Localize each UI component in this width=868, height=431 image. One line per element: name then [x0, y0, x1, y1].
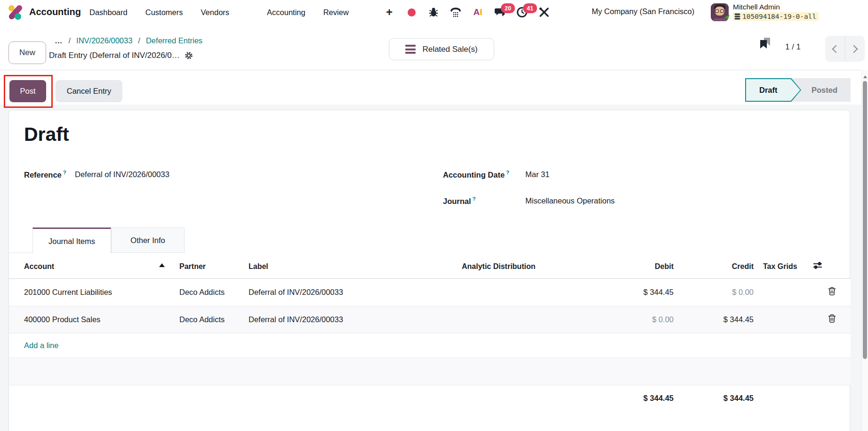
help-icon[interactable]: ?: [63, 170, 66, 175]
breadcrumb-separator: /: [138, 36, 140, 45]
breadcrumb-ellipsis[interactable]: …: [55, 36, 63, 45]
db-badge: 105094184-19-0-all: [733, 12, 819, 21]
notebook-tabs: Journal Items Other Info: [9, 228, 850, 253]
form-sheet: Draft Reference? Deferral of INV/2026/00…: [8, 110, 850, 431]
tab-journal-items[interactable]: Journal Items: [32, 228, 111, 253]
help-icon[interactable]: ?: [473, 196, 476, 202]
bug-icon[interactable]: [428, 7, 439, 18]
chevron-left-icon: [832, 45, 840, 53]
tab-other-info[interactable]: Other Info: [111, 228, 185, 253]
post-button[interactable]: Post: [9, 80, 46, 102]
cell-tax-grids[interactable]: [761, 306, 813, 333]
vertical-scrollbar[interactable]: [861, 70, 868, 431]
journal-item-row[interactable]: 400000 Product Sales Deco Addicts Deferr…: [9, 306, 851, 333]
breadcrumb: … / INV/2026/00033 / Deferred Entries: [55, 36, 202, 45]
accounting-date-value[interactable]: Mar 31: [525, 170, 549, 179]
scroll-up-arrow[interactable]: [863, 75, 867, 78]
cell-analytic[interactable]: [455, 306, 561, 333]
empty-row: [9, 358, 851, 385]
delete-row-icon[interactable]: [828, 287, 836, 295]
phone-icon[interactable]: [450, 7, 461, 18]
pager-previous-button[interactable]: [825, 36, 845, 62]
cell-label[interactable]: Deferral of INV/2026/00033: [242, 306, 455, 333]
cell-partner[interactable]: Deco Addicts: [172, 306, 242, 333]
cell-debit[interactable]: $ 344.45: [561, 278, 681, 306]
cell-account[interactable]: 400000 Product Sales: [9, 306, 172, 333]
add-a-line-link[interactable]: Add a line: [24, 341, 58, 350]
gear-icon[interactable]: [185, 51, 193, 60]
cell-debit[interactable]: $ 0.00: [561, 306, 681, 333]
chat-icon[interactable]: 20: [494, 7, 506, 18]
journal-label: Journal?: [443, 196, 476, 206]
control-panel: New … / INV/2026/00033 / Deferred Entrie…: [0, 24, 868, 70]
column-credit[interactable]: Credit: [681, 255, 761, 278]
journal-value[interactable]: Miscellaneous Operations: [525, 196, 615, 205]
breadcrumb-invoice-link[interactable]: INV/2026/00033: [76, 36, 132, 45]
sliders-icon: [813, 261, 822, 270]
journal-item-row[interactable]: 201000 Current Liabilities Deco Addicts …: [9, 278, 851, 306]
current-record-title: Draft Entry (Deferral of INV/2026/0…: [49, 51, 180, 60]
scrollbar-thumb[interactable]: [863, 81, 867, 359]
plane-status-icon: [723, 14, 731, 21]
user-name: Mitchell Admin: [733, 3, 819, 11]
reference-value[interactable]: Deferral of INV/2026/00033: [75, 170, 169, 179]
database-icon: [734, 13, 740, 20]
clock-icon[interactable]: 41: [516, 7, 528, 18]
app-logo-icon[interactable]: [8, 5, 23, 19]
chevron-right-icon: [850, 45, 858, 53]
optional-columns-button[interactable]: [813, 255, 851, 278]
breadcrumb-deferred-entries-link[interactable]: Deferred Entries: [146, 36, 202, 45]
reference-label: Reference?: [24, 170, 66, 179]
cell-partner[interactable]: Deco Addicts: [172, 278, 242, 306]
delete-row-icon[interactable]: [828, 314, 836, 323]
cell-credit[interactable]: $ 344.45: [681, 306, 761, 333]
total-debit: $ 344.45: [561, 385, 681, 411]
menu-review[interactable]: Review: [323, 8, 349, 17]
new-button[interactable]: New: [8, 41, 46, 64]
plus-icon[interactable]: +: [384, 7, 395, 18]
add-line-row: Add a line: [9, 333, 851, 358]
column-tax-grids[interactable]: Tax Grids: [761, 255, 813, 278]
help-icon[interactable]: ?: [506, 170, 509, 175]
column-partner[interactable]: Partner: [172, 255, 242, 278]
column-analytic-distribution[interactable]: Analytic Distribution: [455, 255, 561, 278]
activity-badge: 41: [523, 3, 537, 13]
user-menu[interactable]: Mitchell Admin 105094184-19-0-all: [733, 3, 819, 21]
pager: [825, 36, 865, 62]
cell-analytic[interactable]: [455, 278, 561, 306]
cell-label[interactable]: Deferral of INV/2026/00033: [242, 278, 455, 306]
column-account[interactable]: Account: [9, 255, 172, 278]
column-debit[interactable]: Debit: [561, 255, 681, 278]
company-switcher[interactable]: My Company (San Francisco): [592, 7, 694, 16]
related-sales-button[interactable]: Related Sale(s): [389, 38, 494, 60]
accounting-date-label: Accounting Date?: [443, 170, 509, 179]
menu-dashboard[interactable]: Dashboard: [89, 8, 128, 17]
record-dot-icon[interactable]: [406, 7, 417, 18]
menu-vendors[interactable]: Vendors: [201, 8, 230, 17]
breadcrumb-current: Draft Entry (Deferral of INV/2026/0…: [49, 51, 193, 60]
tools-icon[interactable]: [538, 7, 550, 18]
db-name: 105094184-19-0-all: [742, 13, 816, 20]
sort-ascending-icon: [159, 263, 165, 267]
action-bar: [0, 70, 868, 105]
status-draft[interactable]: Draft: [745, 78, 801, 102]
bookmark-icon[interactable]: [760, 38, 772, 50]
app-name[interactable]: Accounting: [29, 7, 81, 17]
top-navbar: Accounting Dashboard Customers Vendors A…: [0, 0, 868, 24]
navbar-systray: + AI 20 41: [384, 0, 550, 24]
record-state-title: Draft: [24, 123, 69, 146]
hamburger-icon: [405, 45, 416, 54]
cell-tax-grids[interactable]: [761, 278, 813, 306]
totals-row: $ 344.45 $ 344.45: [9, 385, 851, 411]
cell-account[interactable]: 201000 Current Liabilities: [9, 278, 172, 306]
column-label[interactable]: Label: [242, 255, 455, 278]
cell-credit[interactable]: $ 0.00: [681, 278, 761, 306]
menu-customers[interactable]: Customers: [145, 8, 183, 17]
cancel-entry-button[interactable]: Cancel Entry: [56, 80, 122, 102]
pager-next-button[interactable]: [845, 36, 865, 62]
ai-icon[interactable]: AI: [472, 7, 483, 18]
menu-accounting[interactable]: Accounting: [267, 8, 305, 17]
breadcrumb-separator: /: [69, 36, 71, 45]
main-menu: Dashboard Customers Vendors Accounting R…: [89, 0, 349, 24]
total-credit: $ 344.45: [681, 385, 761, 411]
